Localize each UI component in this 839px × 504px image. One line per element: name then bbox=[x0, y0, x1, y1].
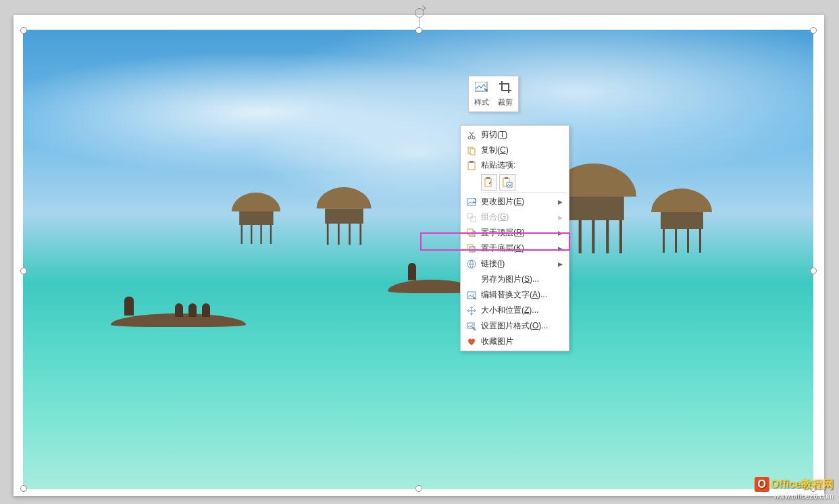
selected-image[interactable] bbox=[23, 30, 813, 489]
menu-paste-options: 粘贴选项: bbox=[462, 158, 567, 191]
watermark-main: Office教程网 bbox=[771, 478, 834, 490]
menu-save-picture-label: 另存为图片(S)... bbox=[481, 274, 567, 285]
menu-size-position[interactable]: 大小和位置(Z)... bbox=[462, 303, 567, 318]
menu-alt-text-label: 编辑替换文字(A)... bbox=[481, 289, 567, 301]
watermark-badge: O bbox=[755, 477, 769, 492]
paste-icon bbox=[462, 159, 481, 170]
menu-favorite-label: 收藏图片 bbox=[481, 336, 567, 347]
workspace: 样式 裁剪 剪切(T) 复制(C) 粘贴选项: bbox=[0, 0, 839, 504]
menu-group: 组合(G) ▶ bbox=[462, 209, 567, 225]
menu-cut[interactable]: 剪切(T) bbox=[462, 127, 567, 143]
style-button[interactable]: 样式 bbox=[472, 79, 492, 109]
resize-handle-bottom-middle[interactable] bbox=[415, 485, 422, 492]
svg-rect-13 bbox=[467, 213, 472, 218]
menu-copy[interactable]: 复制(C) bbox=[462, 143, 567, 158]
menu-bring-to-front[interactable]: 置于顶层(R) ▶ bbox=[462, 225, 567, 241]
menu-size-position-label: 大小和位置(Z)... bbox=[481, 305, 567, 316]
crop-button[interactable]: 裁剪 bbox=[495, 79, 516, 109]
svg-rect-5 bbox=[468, 162, 475, 170]
menu-change-picture-label: 更改图片(E) bbox=[481, 196, 558, 207]
menu-change-picture[interactable]: 更改图片(E) ▶ bbox=[462, 194, 567, 209]
svg-rect-4 bbox=[470, 149, 475, 155]
change-picture-icon bbox=[462, 197, 481, 207]
svg-rect-16 bbox=[467, 229, 473, 234]
menu-hyperlink-label: 链接(I) bbox=[481, 258, 558, 270]
size-position-icon bbox=[462, 306, 481, 316]
menu-send-back-label: 置于底层(K) bbox=[481, 243, 558, 254]
paste-keep-source-button[interactable] bbox=[481, 174, 497, 191]
copy-icon bbox=[462, 146, 481, 155]
picture-style-icon bbox=[475, 80, 488, 94]
menu-send-to-back[interactable]: 置于底层(K) ▶ bbox=[462, 241, 567, 256]
menu-separator bbox=[482, 192, 566, 193]
context-menu: 剪切(T) 复制(C) 粘贴选项: 更改图片(E) ▶ 组合(G) ▶ bbox=[460, 125, 569, 351]
resize-handle-top-middle[interactable] bbox=[415, 27, 422, 34]
cut-icon bbox=[462, 130, 481, 140]
menu-hyperlink[interactable]: 链接(I) ▶ bbox=[462, 256, 567, 272]
watermark-sub: www.office26.com bbox=[755, 492, 834, 500]
rotate-connector bbox=[419, 18, 420, 28]
menu-cut-label: 剪切(T) bbox=[481, 129, 567, 141]
heart-icon bbox=[462, 337, 481, 347]
resize-handle-bottom-left[interactable] bbox=[20, 485, 27, 492]
menu-format-picture-label: 设置图片格式(O)... bbox=[481, 320, 567, 332]
crop-icon bbox=[499, 80, 512, 94]
paste-picture-button[interactable] bbox=[499, 174, 515, 191]
watermark: OOffice教程网 www.office26.com bbox=[755, 477, 834, 500]
menu-favorite-picture[interactable]: 收藏图片 bbox=[462, 334, 567, 349]
link-icon bbox=[462, 259, 481, 269]
submenu-arrow-icon: ▶ bbox=[558, 199, 567, 205]
group-icon bbox=[462, 213, 481, 222]
resize-handle-middle-right[interactable] bbox=[810, 268, 817, 274]
style-label: 样式 bbox=[474, 97, 489, 107]
menu-copy-label: 复制(C) bbox=[481, 145, 567, 156]
rotate-handle[interactable] bbox=[415, 8, 424, 18]
resize-handle-top-left[interactable] bbox=[20, 27, 27, 34]
send-back-icon bbox=[462, 244, 481, 253]
mini-toolbar: 样式 裁剪 bbox=[468, 76, 519, 112]
svg-point-2 bbox=[472, 136, 475, 139]
submenu-arrow-icon: ▶ bbox=[558, 214, 567, 221]
submenu-arrow-icon: ▶ bbox=[558, 245, 567, 252]
menu-bring-front-label: 置于顶层(R) bbox=[481, 227, 558, 238]
submenu-arrow-icon: ▶ bbox=[558, 230, 567, 236]
bring-front-icon bbox=[462, 228, 481, 238]
svg-rect-12 bbox=[467, 199, 476, 205]
svg-rect-18 bbox=[469, 247, 475, 252]
crop-label: 裁剪 bbox=[498, 97, 513, 107]
resize-handle-middle-left[interactable] bbox=[20, 268, 27, 274]
svg-rect-10 bbox=[505, 177, 508, 179]
svg-rect-8 bbox=[486, 177, 490, 179]
menu-format-picture[interactable]: 设置图片格式(O)... bbox=[462, 318, 567, 334]
scenic-photo bbox=[23, 30, 813, 489]
menu-save-as-picture[interactable]: 另存为图片(S)... bbox=[462, 272, 567, 287]
svg-rect-14 bbox=[471, 217, 476, 222]
format-picture-icon bbox=[462, 322, 481, 331]
alt-text-icon bbox=[462, 291, 481, 300]
svg-rect-6 bbox=[469, 161, 474, 163]
menu-paste-label: 粘贴选项: bbox=[481, 159, 567, 171]
svg-point-1 bbox=[468, 136, 471, 139]
submenu-arrow-icon: ▶ bbox=[558, 261, 567, 268]
menu-group-label: 组合(G) bbox=[481, 211, 558, 223]
menu-edit-alt-text[interactable]: 编辑替换文字(A)... bbox=[462, 287, 567, 303]
resize-handle-top-right[interactable] bbox=[810, 27, 817, 34]
